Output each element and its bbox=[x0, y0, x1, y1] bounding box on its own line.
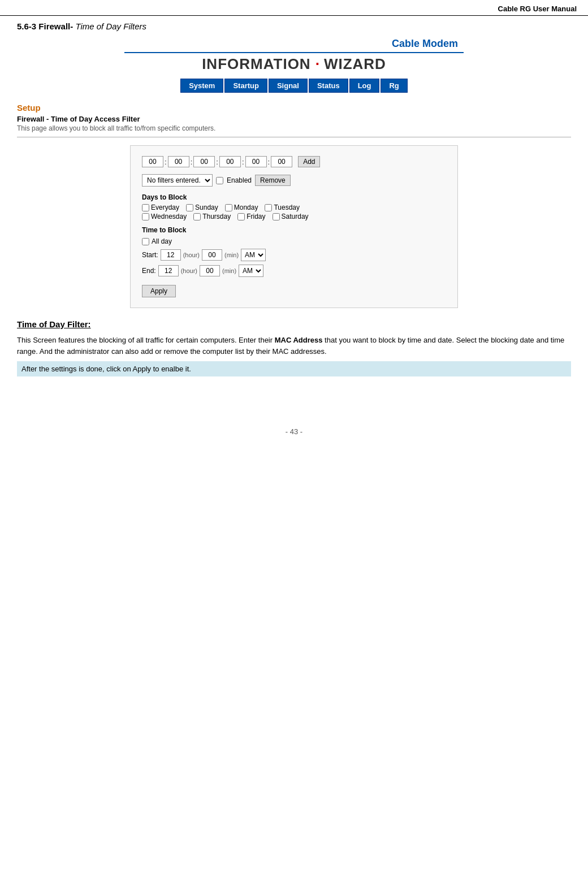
apply-button[interactable]: Apply bbox=[142, 285, 176, 297]
start-time-row: Start: (hour) (min) AM PM bbox=[142, 249, 446, 261]
day-everyday[interactable]: Everyday bbox=[142, 204, 179, 211]
mac-address-row: : : : : : Add bbox=[142, 156, 446, 167]
nav-status[interactable]: Status bbox=[309, 79, 348, 93]
section-title-main: 5.6-3 Firewall- bbox=[17, 21, 73, 31]
cable-modem-text: Cable Modem bbox=[392, 38, 458, 50]
checkbox-friday[interactable] bbox=[237, 213, 245, 220]
hour-label-end: (hour) bbox=[181, 267, 197, 274]
start-min-input[interactable] bbox=[202, 249, 222, 261]
mac-field-6[interactable] bbox=[271, 156, 292, 167]
nav-signal[interactable]: Signal bbox=[269, 79, 308, 93]
checkbox-wednesday[interactable] bbox=[142, 213, 149, 220]
end-ampm-select[interactable]: AM PM bbox=[239, 265, 263, 277]
page-header: Cable RG User Manual bbox=[0, 0, 588, 16]
modem-header: Cable Modem INFORMATION · WIZARD bbox=[124, 38, 464, 73]
section-title: 5.6-3 Firewall- Time of Day Filters bbox=[17, 21, 571, 31]
day-sunday[interactable]: Sunday bbox=[186, 204, 218, 211]
days-section: Days to Block Everyday Sunday Monday Tue… bbox=[142, 193, 446, 220]
day-everyday-label: Everyday bbox=[151, 204, 179, 211]
start-ampm-select[interactable]: AM PM bbox=[241, 249, 266, 261]
allday-checkbox[interactable] bbox=[142, 238, 149, 245]
information-text: INFORMATION bbox=[202, 55, 311, 73]
tod-heading: Time of Day Filter: bbox=[17, 319, 571, 329]
mac-field-4[interactable] bbox=[219, 156, 241, 167]
end-time-row: End: (hour) (min) AM PM bbox=[142, 265, 446, 277]
footer-text: - 43 - bbox=[286, 427, 302, 436]
allday-row: All day bbox=[142, 237, 446, 245]
allday-label: All day bbox=[152, 237, 172, 245]
tod-para-1-pre: This Screen features the blocking of all… bbox=[17, 336, 275, 344]
checkbox-tuesday[interactable] bbox=[265, 204, 272, 211]
nav-system[interactable]: System bbox=[180, 79, 223, 93]
section-title-sub: Time of Day Filters bbox=[75, 21, 146, 31]
day-thursday-label: Thursday bbox=[202, 213, 231, 220]
checkbox-thursday[interactable] bbox=[193, 213, 201, 220]
min-label-end: (min) bbox=[222, 267, 236, 274]
filter-select-row: No filters entered. Enabled Remove bbox=[142, 174, 446, 187]
end-min-input[interactable] bbox=[200, 265, 220, 276]
checkbox-saturday[interactable] bbox=[273, 213, 280, 220]
mac-field-1[interactable] bbox=[142, 156, 163, 167]
mac-field-5[interactable] bbox=[245, 156, 267, 167]
info-wizard-bar: INFORMATION · WIZARD bbox=[124, 52, 464, 73]
main-content: 5.6-3 Firewall- Time of Day Filters Cabl… bbox=[0, 16, 588, 393]
tod-section: Time of Day Filter: This Screen features… bbox=[17, 319, 571, 376]
remove-button[interactable]: Remove bbox=[255, 175, 291, 186]
page-footer: - 43 - bbox=[0, 427, 588, 447]
manual-title: Cable RG User Manual bbox=[498, 5, 577, 13]
time-section: Time to Block All day Start: (hour) (min… bbox=[142, 226, 446, 297]
mac-field-2[interactable] bbox=[168, 156, 189, 167]
day-wednesday-label: Wednesday bbox=[151, 213, 187, 220]
firewall-desc: This page allows you to block all traffi… bbox=[17, 124, 571, 132]
day-saturday[interactable]: Saturday bbox=[273, 213, 309, 220]
day-monday-label: Monday bbox=[234, 204, 258, 211]
day-tuesday[interactable]: Tuesday bbox=[265, 204, 300, 211]
day-wednesday[interactable]: Wednesday bbox=[142, 213, 187, 220]
end-label: End: bbox=[142, 267, 156, 275]
days-row-1: Everyday Sunday Monday Tuesday bbox=[142, 204, 446, 211]
checkbox-monday[interactable] bbox=[225, 204, 232, 211]
day-tuesday-label: Tuesday bbox=[274, 204, 300, 211]
day-saturday-label: Saturday bbox=[282, 213, 309, 220]
tod-para-1-bold: MAC Address bbox=[275, 336, 323, 344]
add-button[interactable]: Add bbox=[298, 156, 320, 167]
nav-startup[interactable]: Startup bbox=[224, 79, 267, 93]
day-friday-label: Friday bbox=[247, 213, 265, 220]
start-label: Start: bbox=[142, 251, 158, 259]
day-monday[interactable]: Monday bbox=[225, 204, 258, 211]
hour-label-start: (hour) bbox=[183, 252, 200, 258]
enabled-label: Enabled bbox=[227, 176, 252, 184]
nav-log[interactable]: Log bbox=[349, 79, 380, 93]
end-hour-input[interactable] bbox=[158, 265, 179, 276]
enabled-checkbox[interactable] bbox=[216, 177, 223, 184]
checkbox-everyday[interactable] bbox=[142, 204, 149, 211]
section-divider bbox=[17, 137, 571, 137]
time-title: Time to Block bbox=[142, 226, 446, 234]
wizard-text: WIZARD bbox=[324, 55, 386, 73]
nav-bar: System Startup Signal Status Log Rg bbox=[124, 79, 464, 93]
tod-para-1: This Screen features the blocking of all… bbox=[17, 335, 571, 357]
dot-separator: · bbox=[315, 55, 319, 73]
days-title: Days to Block bbox=[142, 193, 446, 201]
start-hour-input[interactable] bbox=[161, 249, 181, 261]
days-row-2: Wednesday Thursday Friday Saturday bbox=[142, 213, 446, 220]
filter-dropdown[interactable]: No filters entered. bbox=[142, 174, 213, 187]
nav-rg[interactable]: Rg bbox=[381, 79, 407, 93]
day-friday[interactable]: Friday bbox=[237, 213, 265, 220]
setup-label: Setup bbox=[17, 103, 571, 112]
day-sunday-label: Sunday bbox=[195, 204, 218, 211]
modem-logo: Cable Modem bbox=[392, 38, 458, 50]
highlight-box: After the settings is done, click on App… bbox=[17, 361, 571, 376]
mac-field-3[interactable] bbox=[193, 156, 215, 167]
min-label-start: (min) bbox=[224, 252, 239, 258]
firewall-title: Firewall - Time of Day Access Filter bbox=[17, 115, 571, 123]
checkbox-sunday[interactable] bbox=[186, 204, 193, 211]
day-thursday[interactable]: Thursday bbox=[193, 213, 231, 220]
filter-box: : : : : : Add No filters entered. Enable… bbox=[130, 145, 458, 308]
setup-section: Setup Firewall - Time of Day Access Filt… bbox=[17, 103, 571, 137]
